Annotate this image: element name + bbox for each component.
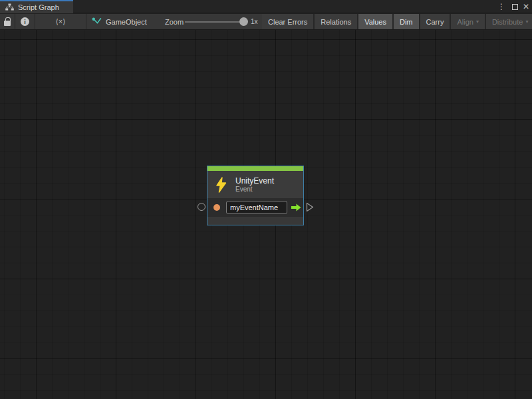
zoom-slider-track[interactable] (185, 21, 243, 23)
dim-button[interactable]: Dim (394, 14, 419, 29)
distribute-button[interactable]: Distribute ▾ (486, 14, 532, 29)
zoom-label: Zoom (165, 14, 184, 29)
align-button[interactable]: Align ▾ (451, 14, 484, 29)
relations-button[interactable]: Relations (315, 14, 357, 29)
script-graph-icon (5, 3, 14, 11)
graph-output-port-icon[interactable] (306, 202, 314, 212)
zoom-value: 1x (251, 14, 258, 29)
node-header: UnityEvent Event (207, 171, 303, 198)
tab-bar: Script Graph ⋮ ✕ (0, 0, 532, 13)
tab-title: Script Graph (18, 3, 59, 11)
unity-event-node[interactable]: UnityEvent Event (207, 166, 304, 225)
flow-output-arrow-icon[interactable] (291, 203, 302, 212)
value-input-port-icon[interactable] (213, 204, 220, 211)
close-icon[interactable]: ✕ (521, 0, 531, 13)
zoom-slider-handle[interactable] (239, 17, 248, 26)
node-subtitle: Event (235, 186, 274, 194)
lock-button[interactable] (0, 14, 15, 29)
lightning-bolt-icon (215, 177, 227, 193)
toolbar-buttons: Clear Errors Relations Values Dim Carry … (262, 14, 532, 29)
node-footer (207, 217, 303, 225)
graph-canvas[interactable]: UnityEvent Event (0, 30, 532, 399)
chevron-down-icon: ▾ (476, 19, 479, 25)
node-titles: UnityEvent Event (235, 176, 274, 194)
info-icon: i (21, 17, 29, 26)
graph-input-port-icon[interactable] (198, 203, 205, 211)
info-button[interactable]: i (15, 14, 35, 29)
clear-errors-button[interactable]: Clear Errors (262, 14, 313, 29)
node-title: UnityEvent (235, 176, 274, 186)
node-accent-bar (207, 166, 303, 171)
chevron-down-icon: ▾ (525, 19, 528, 25)
tab-script-graph[interactable]: Script Graph (0, 0, 73, 13)
node-port-row (207, 198, 303, 217)
values-button[interactable]: Values (358, 14, 392, 29)
graph-toolbar: i ⟨×⟩ GameObject Zoom 1x Clear Errors Re… (0, 14, 532, 30)
gameobject-reference[interactable]: GameObject (86, 14, 147, 29)
carry-button[interactable]: Carry (420, 14, 450, 29)
window-menu-icon[interactable]: ⋮ (496, 0, 507, 13)
event-name-input[interactable] (226, 201, 287, 214)
gameobject-graph-icon (92, 17, 102, 26)
lock-icon (4, 21, 11, 26)
code-preview-button[interactable]: ⟨×⟩ (35, 14, 86, 29)
gameobject-label: GameObject (106, 18, 147, 26)
code-icon: ⟨×⟩ (55, 17, 65, 26)
maximize-icon[interactable] (509, 0, 520, 13)
